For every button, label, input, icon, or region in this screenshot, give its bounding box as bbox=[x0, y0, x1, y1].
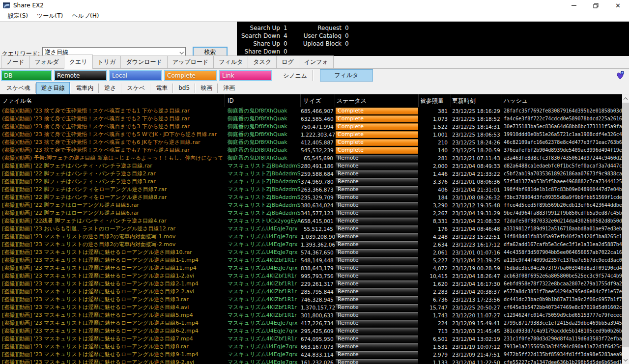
column-header-5[interactable]: 更新時刻 bbox=[451, 94, 502, 107]
cell-hash: 19910ddd0e0b51e26a5721c1aa1908cdf4e326c4 bbox=[502, 131, 622, 139]
subtab-電車内[interactable]: 電車内 bbox=[71, 82, 98, 94]
tab-タスク[interactable]: タスク bbox=[248, 56, 277, 69]
table-row[interactable]: (盗撮)(動画) '23 捨て身で玉砕覚悟！スケベ魂百までも2 下から逆さ目線.… bbox=[0, 115, 622, 123]
filter-button[interactable]: フィルタ bbox=[320, 69, 373, 82]
table-row[interactable]: (盗撮)(動画) '23 捨て身で玉砕覚悟！スケベ魂百までも3 下から逆さ目線.… bbox=[0, 123, 622, 131]
cell-size: 1,393,362,065 bbox=[301, 241, 335, 249]
filter-complete-button[interactable]: Complete bbox=[164, 70, 217, 81]
column-header-2[interactable]: サイズ bbox=[301, 94, 335, 107]
status-bar: Remote bbox=[336, 328, 418, 335]
subtab-bd5[interactable]: bd5 bbox=[173, 83, 195, 93]
restore-button[interactable] bbox=[585, 0, 607, 11]
table-row[interactable]: [盗撮][動画] '23 マスキュリストの逆さ目線2の電車内対面接写-1.mov… bbox=[0, 233, 622, 241]
cell-updated: 23/12/25 18:06:53 bbox=[451, 131, 502, 139]
cell-size: 280,491,186 bbox=[301, 162, 335, 170]
tab-ノード[interactable]: ノード bbox=[1, 56, 30, 69]
subtab-映画[interactable]: 映画 bbox=[196, 82, 217, 94]
table-row[interactable]: [盗撮][動画] '23 マスキュリストは淫靡に魅せるローアングル逆さ目線7.m… bbox=[0, 335, 622, 343]
table-row[interactable]: (盗撮)(動画) 予告:脚フェチの逆さ目線 新章は～じま～るよ～っ！！もし、仰向… bbox=[0, 154, 622, 162]
table-row[interactable]: [盗撮][動画] '23 マスキュリストは淫靡に魅せるローアングル逆さ目線1-1… bbox=[0, 256, 622, 264]
cell-updated: 23/12/04 21:33:22 bbox=[451, 170, 502, 178]
table-row[interactable]: [盗撮][動画] '22 脚フェチはローアングル逆さ目線5.rarマスキュリスト… bbox=[0, 201, 622, 209]
table-row[interactable]: [盗撮][動画] '23 マスキュリストは淫靡に魅せるローアングル逆さ目線8.r… bbox=[0, 343, 622, 351]
tab-アップロード[interactable]: アップロード bbox=[167, 56, 214, 69]
table-row[interactable]: (盗撮)(動画) '23 捨て身で玉砕覚悟！スケベ魂百までも5 WでJK・JD下… bbox=[0, 131, 622, 139]
column-header-4[interactable]: 被参照量 bbox=[419, 94, 451, 107]
close-button[interactable]: ✕ bbox=[607, 0, 629, 11]
table-row[interactable]: [盗撮][動画] '22 脚フェチはパンティ・パンチラ逆さ目線3.rarマスキュ… bbox=[0, 178, 622, 186]
cell-ref-count: 3,376 bbox=[419, 178, 451, 186]
subtab-スケベ[interactable]: スケベ bbox=[122, 82, 150, 94]
stat-label: Search Up bbox=[237, 25, 280, 31]
column-header-3[interactable]: ステータス bbox=[335, 94, 419, 107]
table-row[interactable]: [盗撮][動画] '22 脚フェチはパンティ・パンチラ逆さ目線2.rarマスキュ… bbox=[0, 170, 622, 178]
cell-hash: 14f848dd1fb8345a97efb40f2a3420f3ba8265c1 bbox=[502, 233, 622, 241]
cell-id: マスキュリズム4KIZbf1R1r bbox=[225, 311, 301, 319]
subtab-スケベ魂[interactable]: スケベ魂 bbox=[1, 82, 35, 94]
cell-updated: 23/12/04 08:46:48 bbox=[451, 225, 502, 233]
table-row[interactable]: [盗撮][動画] '22 脚フェチはパンティをローアングル逆さ目線7.rarマス… bbox=[0, 186, 622, 194]
cell-id: マスキュリストZjBbAdzdmS bbox=[225, 194, 301, 201]
table-row[interactable]: (盗撮)(動画) '23 捨て身で玉砕覚悟！スケベ魂百までも7 下から逆さ目線.… bbox=[0, 146, 622, 154]
table-row[interactable]: [盗撮][動画] '23 マスキュリストは淫靡に魅せるローアングル逆さ目線11.… bbox=[0, 264, 622, 272]
table-row[interactable]: [盗撮][動画] '23 マスキュリストの逆さ目線2の電車内対面接写-2.mov… bbox=[0, 241, 622, 249]
filter-link-button[interactable]: Link bbox=[219, 70, 272, 81]
cell-size: 380,634,024 bbox=[301, 201, 335, 209]
table-row[interactable]: [盗撮][動画] '22 脚フェチはパンティをローアングル逆さ目線8.rarマス… bbox=[0, 194, 622, 201]
menu-item-0[interactable]: 設定(S) bbox=[3, 11, 32, 21]
table-row[interactable]: (盗撮)(動画) '23 捨て身で玉砕覚悟！スケベ魂百までも1 下から逆さ目線.… bbox=[0, 107, 622, 115]
table-row[interactable]: (盗撮)(動画) '23 捨て身で玉砕覚悟！スケベ魂百までも6 JKを下から逆さ… bbox=[0, 139, 622, 146]
vertical-scrollbar[interactable] bbox=[622, 94, 629, 364]
chevron-down-icon[interactable] bbox=[179, 50, 183, 54]
subtab-逆さ[interactable]: 逆さ bbox=[99, 82, 121, 94]
table-row[interactable]: [盗撮][動画] '22 脚フェチはローアングル逆さ目線6.rarマスキュリスト… bbox=[0, 209, 622, 217]
filter-db-button[interactable]: DB bbox=[1, 70, 52, 81]
tab-トリガ[interactable]: トリガ bbox=[92, 56, 121, 69]
menu-item-1[interactable]: ツール(T) bbox=[32, 11, 67, 21]
table-row[interactable]: [盗撮][動画] '22 脚フェチはパンティ・パンチラ逆さ目線.rarマスキュリ… bbox=[0, 162, 622, 170]
subtab-洋画[interactable]: 洋画 bbox=[218, 82, 240, 94]
table-row[interactable]: [盗撮][動画] '23 マスキュリストは淫靡に魅せるローアングル逆さ目線2-1… bbox=[0, 280, 622, 288]
tab-ログ[interactable]: ログ bbox=[276, 56, 299, 69]
scrollbar-thumb[interactable] bbox=[622, 103, 629, 347]
column-header-1[interactable]: ID bbox=[225, 94, 301, 107]
cell-status: Remote bbox=[335, 256, 419, 264]
cell-id: マスキュリズム4KIZbf1R1r bbox=[225, 256, 301, 264]
table-row[interactable]: [盗撮][動画] '22残暑 脚フェチはパンティ・パンチラ逆さ目線4.rarマス… bbox=[0, 217, 622, 225]
table-row[interactable]: [盗撮][動画] '23 マスキュリストは淫靡に魅せるローアングル逆さ目線9-1… bbox=[0, 351, 622, 359]
cell-size: 674,095,950 bbox=[301, 335, 335, 343]
app-icon bbox=[2, 1, 10, 9]
tab-クエリ[interactable]: クエリ bbox=[64, 55, 93, 69]
cell-id: 御庭番の鬼Df8fXhQuak bbox=[225, 107, 301, 115]
tab-インフォ[interactable]: インフォ bbox=[299, 56, 334, 69]
filter-local-button[interactable]: Local bbox=[109, 70, 162, 81]
cell-filename: [盗撮][動画] '23 マスキュリストは淫靡に魅せるローアングル逆さ目線6-1… bbox=[0, 319, 225, 327]
column-header-0[interactable]: ファイル名 bbox=[0, 94, 225, 107]
table-row[interactable]: [盗撮][動画] '23 マスキュリストは淫靡に魅せるローアングル逆さ目線2-2… bbox=[0, 288, 622, 296]
scroll-down-button[interactable] bbox=[622, 356, 629, 364]
menu-item-2[interactable]: ヘルプ(H) bbox=[67, 11, 103, 21]
divider bbox=[313, 70, 314, 81]
table-row[interactable]: [盗撮][動画] '23 マスキュリストは淫靡に魅せるローアングル逆さ目線6-2… bbox=[0, 327, 622, 335]
cell-hash: c1294624fc014c75059d9cbd65153777e79fecec bbox=[502, 311, 622, 319]
column-header-6[interactable]: ハッシュ bbox=[502, 94, 622, 107]
cell-updated: 23/12/09 15:49:41 bbox=[451, 319, 502, 327]
subtab-逆さ目線[interactable]: 逆さ目線 bbox=[36, 82, 70, 94]
table-row[interactable]: [盗撮][動画] '23 おいらも引退、ラストのローアングル逆さ目線12.rar… bbox=[0, 225, 622, 233]
minimize-button[interactable] bbox=[563, 0, 585, 11]
filter-remote-button[interactable]: Remote bbox=[54, 70, 107, 81]
table-row[interactable]: [盗撮][動画] '23 マスキュリストは淫靡に魅せるローアングル逆さ目線6-1… bbox=[0, 319, 622, 327]
tab-フォルダ[interactable]: フォルダ bbox=[29, 56, 64, 69]
table-row[interactable]: [盗撮][動画] '23 マスキュリストは淫靡に魅せるローアングル逆さ目線10.… bbox=[0, 249, 622, 256]
table-row[interactable]: [盗撮][動画] '23 マスキュリストは淫靡に魅せるローアングル逆さ目線3.r… bbox=[0, 296, 622, 304]
scroll-up-button[interactable] bbox=[622, 94, 629, 103]
table-row[interactable]: [盗撮][動画] '23 マスキュリストは淫靡に魅せるローアングル逆さ目線4.a… bbox=[0, 304, 622, 311]
cell-size: 301,800,633 bbox=[301, 311, 335, 319]
table-row[interactable]: [盗撮][動画] '23 マスキュリストは淫靡に魅せるローアングル逆さ目線5.m… bbox=[0, 311, 622, 319]
table-row[interactable]: [盗撮][動画] '23 マスキュリストは淫靡に魅せるローアングル逆さ目線1-2… bbox=[0, 272, 622, 280]
tab-フィルタ[interactable]: フィルタ bbox=[213, 56, 248, 69]
table-row[interactable]: [盗撮][動画] '23 マスキュリストは淫靡に魅せるローアングル逆さ目線9-2… bbox=[0, 359, 622, 364]
cell-updated: 23/12/04 21:31:01 bbox=[451, 186, 502, 194]
subtab-電車[interactable]: 電車 bbox=[151, 82, 172, 94]
tab-ダウンロード[interactable]: ダウンロード bbox=[120, 56, 167, 69]
